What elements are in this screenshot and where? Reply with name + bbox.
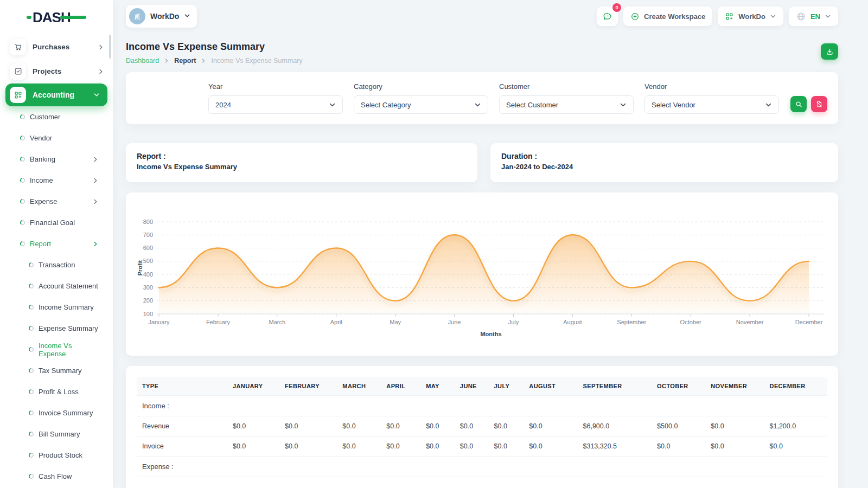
breadcrumb: Dashboard Report Income Vs Expense Summa… (126, 57, 838, 65)
cell-value (279, 457, 337, 477)
chevron-right-icon (164, 58, 169, 63)
create-workspace-label: Create Workspace (644, 12, 705, 21)
chevron-down-icon (329, 101, 336, 108)
app-logo[interactable]: DASH (0, 0, 113, 35)
sidebar-item-financial-goal[interactable]: Financial Goal (0, 212, 113, 233)
sidebar-item-projects[interactable]: Projects (0, 59, 113, 84)
sidebar-item-transaction[interactable]: Transaction (0, 254, 113, 275)
language-button[interactable]: EN (789, 7, 838, 26)
sidebar-item-label: Income (30, 176, 53, 184)
sidebar-item-expense[interactable]: Expense (0, 191, 113, 212)
column-header-november: NOVEMBER (705, 377, 764, 396)
cell-value (420, 457, 455, 477)
table-row-revenue: Revenue$0.0$0.0$0.0$0.0$0.0$0.0$0.0$0.0$… (137, 416, 827, 436)
sidebar-item-label: Banking (30, 155, 55, 163)
cell-value (489, 457, 524, 477)
breadcrumb-dashboard[interactable]: Dashboard (126, 57, 159, 65)
sidebar-item-banking[interactable]: Banking (0, 149, 113, 170)
cell-value: $0.0 (489, 416, 524, 436)
y-axis-title: Profit (137, 260, 143, 275)
workspace-switcher-label: WorkDo (738, 12, 765, 21)
cell-value: $0.0 (420, 436, 455, 457)
y-tick-label: 800 (143, 219, 153, 225)
x-tick-label: August (563, 319, 582, 325)
year-select-value: 2024 (215, 101, 231, 109)
summary-row: Report : Income Vs Expense Summary Durat… (126, 143, 838, 182)
sidebar-item-account-statement[interactable]: Account Statement (0, 275, 113, 297)
create-workspace-button[interactable]: Create Workspace (623, 7, 712, 26)
sidebar-item-label: Profit & Loss (39, 388, 79, 396)
category-select[interactable]: Select Category (354, 95, 488, 114)
y-tick-label: 300 (143, 284, 153, 291)
cell-value: $500.0 (652, 416, 705, 436)
filter-actions (790, 96, 827, 112)
chevron-right-icon (98, 44, 104, 50)
sidebar-item-vendor[interactable]: Vendor (0, 127, 113, 149)
customer-select[interactable]: Select Customer (499, 95, 634, 114)
cell-value: $0.0 (337, 416, 381, 436)
cell-value: $0.0 (489, 436, 524, 457)
page-header: Income Vs Expense Summary Dashboard Repo… (126, 41, 838, 65)
sidebar-item-product-stock[interactable]: Product Stock (0, 445, 113, 466)
workspace-pill[interactable]: WorkDo (126, 5, 197, 28)
sidebar-item-label: Account Statement (39, 282, 98, 290)
sidebar-item-profit-loss[interactable]: Profit & Loss (0, 381, 113, 402)
cell-value: $0.0 (705, 436, 764, 457)
sidebar-item-invoice-summary[interactable]: Invoice Summary (0, 402, 113, 423)
reset-filter-button[interactable] (811, 96, 827, 112)
dash-logo-icon: DASH (27, 9, 86, 25)
search-button[interactable] (790, 96, 807, 112)
breadcrumb-report[interactable]: Report (174, 57, 196, 65)
column-header-october: OCTOBER (652, 377, 705, 396)
year-select[interactable]: 2024 (208, 95, 343, 114)
cell-value: $0.0 (705, 416, 764, 436)
chevron-down-icon (184, 11, 190, 21)
duration-summary-card: Duration : Jan-2024 to Dec-2024 (490, 143, 838, 182)
chevron-down-icon (770, 13, 776, 20)
sidebar-item-accounting[interactable]: Accounting (5, 84, 107, 106)
sidebar-scrollbar[interactable] (109, 35, 111, 59)
cell-value: $0.0 (524, 416, 577, 436)
table-header-row: TYPEJANUARYFEBRUARYMARCHAPRILMAYJUNEJULY… (137, 377, 827, 396)
table-row-income: Income : (137, 396, 827, 416)
sidebar-item-label: Accounting (33, 91, 74, 99)
cell-value (455, 457, 489, 477)
x-tick-label: January (148, 319, 170, 325)
chevron-down-icon (825, 13, 831, 20)
column-header-type: TYPE (137, 377, 227, 396)
sidebar-item-expense-summary[interactable]: Expense Summary (0, 318, 113, 339)
sidebar-item-tax-summary[interactable]: Tax Summary (0, 360, 113, 381)
sidebar-item-income-summary[interactable]: Income Summary (0, 297, 113, 318)
messages-button[interactable]: 0 (597, 7, 618, 26)
vendor-select[interactable]: Select Vendor (644, 95, 779, 114)
sidebar-item-income-vs-expense[interactable]: Income Vs Expense (0, 339, 113, 360)
customer-select-value: Select Customer (506, 101, 558, 109)
sidebar-item-cash-flow[interactable]: Cash Flow (0, 466, 113, 487)
column-header-april: APRIL (381, 377, 420, 396)
bullet-icon (28, 410, 34, 416)
messages-badge: 0 (612, 3, 621, 12)
building-icon (133, 12, 142, 21)
row-label: Expense : (137, 457, 227, 477)
sidebar-item-income[interactable]: Income (0, 170, 113, 191)
x-tick-label: September (617, 319, 646, 325)
sidebar-item-report[interactable]: Report (0, 233, 113, 254)
cell-value (381, 457, 420, 477)
chevron-down-icon (620, 101, 627, 108)
sidebar-item-label: Bill Summary (39, 430, 80, 438)
chevron-right-icon (92, 198, 99, 205)
workspace-switcher-button[interactable]: WorkDo (718, 7, 783, 26)
y-tick-label: 600 (143, 245, 153, 251)
bullet-icon (20, 220, 25, 226)
category-field: Category Select Category (354, 82, 488, 114)
download-button[interactable] (821, 43, 838, 60)
duration-value: Jan-2024 to Dec-2024 (501, 163, 827, 171)
sidebar-item-purchases[interactable]: Purchases (0, 35, 113, 59)
x-tick-label: April (330, 319, 342, 325)
x-tick-label: February (206, 319, 231, 325)
sidebar-item-customer[interactable]: Customer (0, 106, 113, 127)
cell-value: $0.0 (227, 436, 279, 457)
cell-value: $1,200.0 (764, 416, 827, 436)
bullet-icon (28, 262, 34, 268)
sidebar-item-bill-summary[interactable]: Bill Summary (0, 423, 113, 445)
